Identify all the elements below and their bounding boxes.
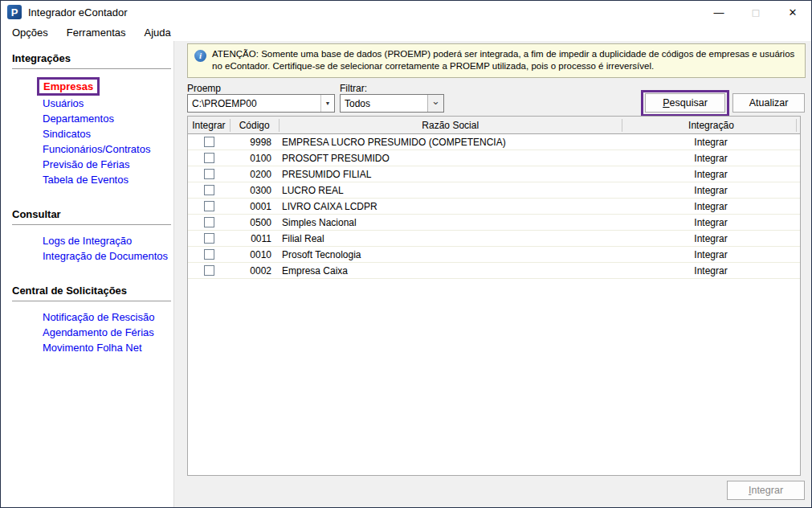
row-checkbox[interactable] <box>204 217 214 227</box>
company-name: PROSOFT PRESUMIDO <box>278 153 622 164</box>
dropdown-arrow-icon[interactable] <box>320 95 334 112</box>
sidebar-item-tabela-de-eventos[interactable]: Tabela de Eventos <box>43 172 173 187</box>
chevron-down-icon[interactable] <box>427 95 443 112</box>
table-row[interactable]: 0001LIVRO CAIXA LCDPRIntegrar <box>188 199 800 215</box>
filter-value: Todos <box>341 98 427 109</box>
table-row[interactable]: 0300LUCRO REALIntegrar <box>188 182 800 199</box>
sidebar-item-integracao-de-documentos[interactable]: Integração de Documentos <box>43 248 173 264</box>
sidebar-item-logs-de-integracao[interactable]: Logs de Integração <box>43 233 173 248</box>
integration-status: Integrar <box>622 153 800 164</box>
main-panel: ATENÇÃO: Somente uma base de dados (PROE… <box>174 41 811 507</box>
company-code: 0500 <box>230 217 278 228</box>
proemp-combobox[interactable]: C:\PROEMP00 <box>187 94 335 113</box>
sidebar-item-usuarios[interactable]: Usuários <box>43 96 173 111</box>
company-name: Empresa Caixa <box>278 265 622 277</box>
proemp-value: C:\PROEMP00 <box>188 98 320 109</box>
attention-notice-text: ATENÇÃO: Somente uma base de dados (PROE… <box>212 49 794 71</box>
table-header: Integrar Código Razão Social Integração <box>188 117 800 134</box>
integration-status: Integrar <box>622 249 800 260</box>
integration-status: Integrar <box>622 185 800 196</box>
section-title-consultar: Consultar <box>12 208 173 220</box>
companies-table: Integrar Código Razão Social Integração … <box>187 116 801 476</box>
column-header-integrar[interactable]: Integrar <box>188 120 230 131</box>
sidebar-item-empresas[interactable]: Empresas <box>37 77 100 96</box>
app-window: P Integrador eContador — ◻ ✕ Opções Ferr… <box>0 0 812 508</box>
table-row[interactable]: 0500Simples NacionalIntegrar <box>188 215 800 231</box>
menu-ferramentas[interactable]: Ferramentas <box>59 27 133 39</box>
section-title-integracoes: Integrações <box>12 52 173 64</box>
row-checkbox[interactable] <box>204 137 214 147</box>
company-name: PRESUMIDO FILIAL <box>278 169 622 180</box>
divider <box>12 224 171 225</box>
search-button[interactable]: Pesquisar <box>645 93 725 113</box>
proemp-label: Proemp <box>187 83 221 94</box>
company-code: 0002 <box>230 265 278 277</box>
window-title: Integrador eContador <box>28 6 128 18</box>
table-row[interactable]: 0200PRESUMIDO FILIALIntegrar <box>188 166 800 182</box>
company-name: Filial Real <box>278 233 622 244</box>
sidebar-item-previsao-de-ferias[interactable]: Previsão de Férias <box>43 157 173 172</box>
row-checkbox[interactable] <box>204 185 214 195</box>
menu-ajuda[interactable]: Ajuda <box>137 27 178 39</box>
filter-combobox[interactable]: Todos <box>340 94 444 113</box>
integrate-button: Integrar <box>727 481 805 500</box>
sidebar-item-movimento-folha-net[interactable]: Movimento Folha Net <box>43 340 173 355</box>
row-checkbox[interactable] <box>204 153 214 163</box>
company-code: 0001 <box>230 201 278 212</box>
company-code: 0010 <box>230 249 278 260</box>
company-code: 0011 <box>230 233 278 244</box>
integration-status: Integrar <box>622 201 800 212</box>
integration-status: Integrar <box>622 217 800 228</box>
integration-status: Integrar <box>622 169 800 180</box>
info-icon <box>194 50 206 62</box>
sidebar-item-notificacao-de-rescisao[interactable]: Notificação de Rescisão <box>43 309 173 325</box>
sidebar-item-agendamento-de-ferias[interactable]: Agendamento de Férias <box>43 325 173 340</box>
company-name: LUCRO REAL <box>278 185 622 196</box>
row-checkbox[interactable] <box>204 249 214 260</box>
divider <box>12 301 171 301</box>
sidebar-item-departamentos[interactable]: Departamentos <box>43 111 173 126</box>
menu-bar: Opções Ferramentas Ajuda <box>1 23 811 41</box>
minimize-button[interactable]: — <box>700 1 737 23</box>
menu-opcoes[interactable]: Opções <box>5 27 55 39</box>
row-checkbox[interactable] <box>204 201 214 211</box>
close-button[interactable]: ✕ <box>774 1 811 23</box>
company-name: Simples Nacional <box>278 217 622 228</box>
table-row[interactable]: 0100PROSOFT PRESUMIDOIntegrar <box>188 150 800 166</box>
company-code: 0100 <box>230 153 278 164</box>
title-bar: P Integrador eContador — ◻ ✕ <box>1 1 811 23</box>
column-header-codigo[interactable]: Código <box>231 120 279 131</box>
refresh-button[interactable]: Atualizar <box>732 93 805 113</box>
integration-status: Integrar <box>622 265 800 277</box>
section-title-central-de-solicitacoes: Central de Solicitações <box>12 285 173 297</box>
sidebar: Integrações EmpresasUsuáriosDepartamento… <box>1 41 174 507</box>
divider <box>12 68 171 69</box>
companies-table-body: 9998EMPRESA LUCRO PRESUMIDO (COMPETENCIA… <box>188 134 800 475</box>
row-checkbox[interactable] <box>204 265 214 276</box>
table-row[interactable]: 0010Prosoft TecnologiaIntegrar <box>188 247 800 263</box>
company-code: 0300 <box>230 185 278 196</box>
sidebar-item-sindicatos[interactable]: Sindicatos <box>43 126 173 141</box>
company-name: Prosoft Tecnologia <box>278 249 622 260</box>
company-code: 0200 <box>230 169 278 180</box>
table-row[interactable]: 0011Filial RealIntegrar <box>188 231 800 247</box>
company-name: LIVRO CAIXA LCDPR <box>278 201 622 212</box>
window-controls: — ◻ ✕ <box>700 1 811 23</box>
column-header-razao-social[interactable]: Razão Social <box>280 120 622 131</box>
attention-notice: ATENÇÃO: Somente uma base de dados (PROE… <box>187 43 806 78</box>
table-row[interactable]: 9998EMPRESA LUCRO PRESUMIDO (COMPETENCIA… <box>188 134 800 150</box>
column-header-integracao[interactable]: Integração <box>622 120 800 131</box>
row-checkbox[interactable] <box>204 233 214 244</box>
row-checkbox[interactable] <box>204 169 214 179</box>
prosoft-logo-icon: P <box>7 5 22 19</box>
sidebar-item-funcionarios-contratos[interactable]: Funcionários/Contratos <box>43 141 173 157</box>
integration-status: Integrar <box>622 137 800 148</box>
maximize-button: ◻ <box>737 1 774 23</box>
filter-label: Filtrar: <box>340 83 367 94</box>
company-name: EMPRESA LUCRO PRESUMIDO (COMPETENCIA) <box>278 137 622 148</box>
company-code: 9998 <box>230 137 278 148</box>
table-row[interactable]: 0002Empresa CaixaIntegrar <box>188 263 800 279</box>
integration-status: Integrar <box>622 233 800 244</box>
